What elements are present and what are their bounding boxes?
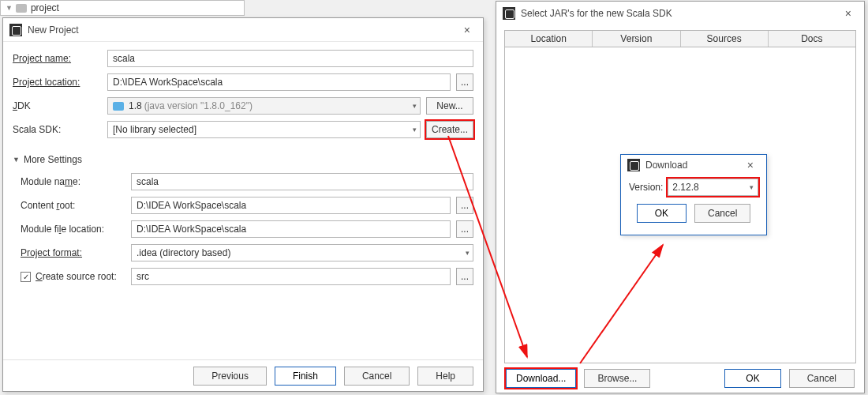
finish-button[interactable]: Finish bbox=[275, 367, 336, 386]
module-file-location-input[interactable]: D:\IDEA WorkSpace\scala bbox=[131, 220, 451, 238]
label-module-file-location: Module file location: bbox=[21, 224, 131, 235]
dialog-footer: Previous Finish Cancel Help bbox=[3, 359, 483, 391]
label-project-location: Project location: bbox=[13, 77, 107, 88]
download-button[interactable]: Download... bbox=[506, 369, 576, 388]
dialog-titlebar: Download × bbox=[621, 155, 766, 175]
folder-icon bbox=[16, 4, 27, 13]
label-module-name: Module name: bbox=[21, 176, 131, 187]
dialog-title: Download bbox=[645, 160, 687, 171]
dialog-footer: Download... Browse... OK Cancel bbox=[496, 364, 864, 393]
label-content-root: Content root: bbox=[21, 200, 131, 211]
download-dialog: Download × Version: 2.12.8 ▾ OK Cancel bbox=[620, 154, 767, 235]
source-root-input[interactable]: src bbox=[131, 268, 451, 285]
help-button[interactable]: Help bbox=[417, 367, 473, 386]
jdk-icon bbox=[113, 102, 124, 111]
content-root-input[interactable]: D:\IDEA WorkSpace\scala bbox=[131, 197, 451, 214]
close-icon[interactable]: × bbox=[839, 4, 858, 23]
project-location-browse-button[interactable]: ... bbox=[456, 73, 473, 91]
cancel-button[interactable]: Cancel bbox=[344, 367, 410, 386]
column-docs[interactable]: Docs bbox=[769, 31, 855, 47]
close-icon[interactable]: × bbox=[458, 21, 477, 40]
previous-button[interactable]: Previous bbox=[193, 367, 267, 386]
module-name-input[interactable]: scala bbox=[131, 173, 473, 190]
label-version: Version: bbox=[629, 182, 663, 193]
column-location[interactable]: Location bbox=[505, 31, 593, 47]
new-project-dialog: New Project × Project name: scala Projec… bbox=[2, 17, 484, 392]
folder-tab: ▼ project bbox=[0, 0, 245, 16]
chevron-down-icon: ▾ bbox=[466, 249, 470, 257]
more-settings-toggle[interactable]: ▼ More Settings bbox=[13, 154, 473, 165]
cancel-button[interactable]: Cancel bbox=[694, 204, 750, 223]
dialog-titlebar: New Project × bbox=[3, 18, 483, 42]
browse-button[interactable]: Browse... bbox=[584, 369, 650, 388]
new-jdk-button[interactable]: New... bbox=[426, 97, 473, 115]
table-header: Location Version Sources Docs bbox=[504, 30, 856, 47]
scala-sdk-combo[interactable]: [No library selected] ▾ bbox=[107, 121, 421, 138]
chevron-down-icon: ▼ bbox=[6, 4, 13, 12]
chevron-down-icon: ▼ bbox=[13, 156, 20, 164]
folder-label: project bbox=[31, 2, 59, 13]
source-root-browse-button[interactable]: ... bbox=[456, 268, 473, 285]
column-sources[interactable]: Sources bbox=[681, 31, 769, 47]
app-icon bbox=[503, 7, 515, 20]
close-icon[interactable]: × bbox=[741, 156, 760, 175]
version-combo[interactable]: 2.12.8 ▾ bbox=[668, 179, 758, 196]
module-file-browse-button[interactable]: ... bbox=[456, 220, 473, 238]
label-project-format: Project format: bbox=[21, 247, 131, 258]
app-icon bbox=[627, 159, 640, 171]
chevron-down-icon: ▾ bbox=[413, 102, 417, 110]
column-version[interactable]: Version bbox=[593, 31, 680, 47]
create-source-root-checkbox[interactable]: ✓ bbox=[21, 272, 31, 282]
dialog-title: Select JAR's for the new Scala SDK bbox=[521, 8, 672, 19]
project-format-combo[interactable]: .idea (directory based) ▾ bbox=[131, 244, 473, 261]
label-jdk: JDK bbox=[13, 100, 107, 111]
label-create-source-root[interactable]: ✓ Create source root: bbox=[21, 271, 131, 282]
ok-button[interactable]: OK bbox=[724, 369, 780, 388]
cancel-button[interactable]: Cancel bbox=[789, 369, 855, 388]
project-location-input[interactable]: D:\IDEA WorkSpace\scala bbox=[107, 73, 451, 91]
app-icon bbox=[9, 24, 22, 36]
jdk-combo[interactable]: 1.8 (java version "1.8.0_162") ▾ bbox=[107, 97, 421, 115]
content-root-browse-button[interactable]: ... bbox=[456, 197, 473, 214]
dialog-titlebar: Select JAR's for the new Scala SDK × bbox=[496, 2, 864, 25]
label-project-name: Project name: bbox=[13, 53, 107, 64]
project-name-input[interactable]: scala bbox=[107, 50, 473, 67]
create-sdk-button[interactable]: Create... bbox=[426, 121, 473, 138]
dialog-title: New Project bbox=[28, 24, 79, 36]
chevron-down-icon: ▾ bbox=[413, 126, 417, 134]
label-scala-sdk: Scala SDK: bbox=[13, 124, 107, 135]
chevron-down-icon: ▾ bbox=[750, 183, 754, 191]
ok-button[interactable]: OK bbox=[637, 204, 687, 223]
